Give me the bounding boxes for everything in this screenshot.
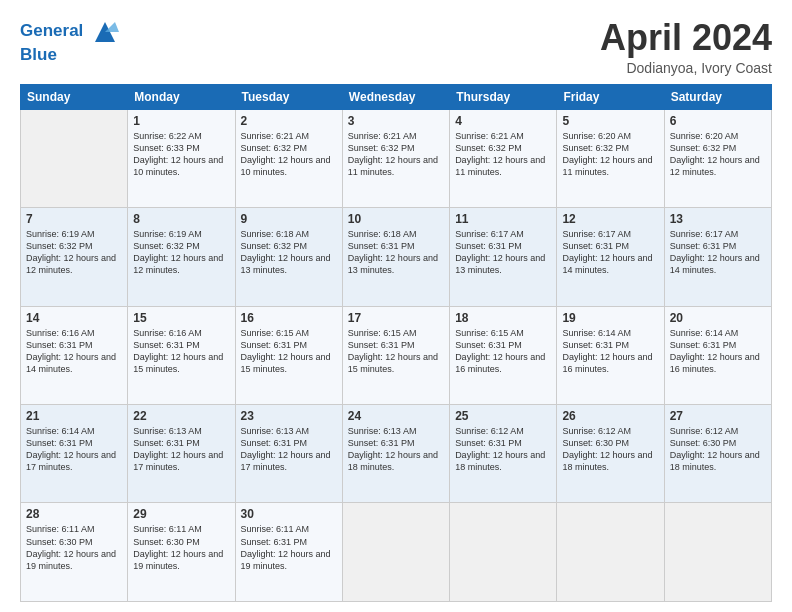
calendar-cell: 16Sunrise: 6:15 AMSunset: 6:31 PMDayligh… [235, 306, 342, 404]
weekday-header: Tuesday [235, 84, 342, 109]
weekday-header: Thursday [450, 84, 557, 109]
day-number: 7 [26, 212, 122, 226]
calendar-cell [557, 503, 664, 602]
cell-info: Sunrise: 6:16 AMSunset: 6:31 PMDaylight:… [26, 327, 122, 376]
cell-info: Sunrise: 6:15 AMSunset: 6:31 PMDaylight:… [348, 327, 444, 376]
cell-info: Sunrise: 6:18 AMSunset: 6:31 PMDaylight:… [348, 228, 444, 277]
cell-info: Sunrise: 6:13 AMSunset: 6:31 PMDaylight:… [241, 425, 337, 474]
calendar-cell: 20Sunrise: 6:14 AMSunset: 6:31 PMDayligh… [664, 306, 771, 404]
weekday-header: Sunday [21, 84, 128, 109]
calendar-cell: 10Sunrise: 6:18 AMSunset: 6:31 PMDayligh… [342, 208, 449, 306]
logo-icon [91, 18, 119, 46]
cell-info: Sunrise: 6:16 AMSunset: 6:31 PMDaylight:… [133, 327, 229, 376]
page: General Blue April 2024 Dodianyoa, Ivory… [0, 0, 792, 612]
calendar-cell: 5Sunrise: 6:20 AMSunset: 6:32 PMDaylight… [557, 109, 664, 207]
day-number: 20 [670, 311, 766, 325]
day-number: 22 [133, 409, 229, 423]
calendar-cell: 11Sunrise: 6:17 AMSunset: 6:31 PMDayligh… [450, 208, 557, 306]
calendar-cell: 9Sunrise: 6:18 AMSunset: 6:32 PMDaylight… [235, 208, 342, 306]
day-number: 11 [455, 212, 551, 226]
cell-info: Sunrise: 6:21 AMSunset: 6:32 PMDaylight:… [348, 130, 444, 179]
day-number: 10 [348, 212, 444, 226]
calendar-cell [342, 503, 449, 602]
day-number: 4 [455, 114, 551, 128]
logo-text: General [20, 18, 119, 46]
weekday-header: Wednesday [342, 84, 449, 109]
cell-info: Sunrise: 6:13 AMSunset: 6:31 PMDaylight:… [133, 425, 229, 474]
calendar-cell [450, 503, 557, 602]
calendar-week-row: 1Sunrise: 6:22 AMSunset: 6:33 PMDaylight… [21, 109, 772, 207]
day-number: 1 [133, 114, 229, 128]
main-title: April 2024 [600, 18, 772, 58]
top-section: General Blue April 2024 Dodianyoa, Ivory… [20, 18, 772, 76]
calendar-cell: 3Sunrise: 6:21 AMSunset: 6:32 PMDaylight… [342, 109, 449, 207]
subtitle: Dodianyoa, Ivory Coast [600, 60, 772, 76]
cell-info: Sunrise: 6:22 AMSunset: 6:33 PMDaylight:… [133, 130, 229, 179]
title-block: April 2024 Dodianyoa, Ivory Coast [600, 18, 772, 76]
day-number: 21 [26, 409, 122, 423]
calendar-cell: 28Sunrise: 6:11 AMSunset: 6:30 PMDayligh… [21, 503, 128, 602]
cell-info: Sunrise: 6:14 AMSunset: 6:31 PMDaylight:… [562, 327, 658, 376]
day-number: 15 [133, 311, 229, 325]
calendar-cell: 19Sunrise: 6:14 AMSunset: 6:31 PMDayligh… [557, 306, 664, 404]
day-number: 29 [133, 507, 229, 521]
cell-info: Sunrise: 6:20 AMSunset: 6:32 PMDaylight:… [562, 130, 658, 179]
cell-info: Sunrise: 6:21 AMSunset: 6:32 PMDaylight:… [241, 130, 337, 179]
cell-info: Sunrise: 6:12 AMSunset: 6:31 PMDaylight:… [455, 425, 551, 474]
cell-info: Sunrise: 6:11 AMSunset: 6:31 PMDaylight:… [241, 523, 337, 572]
day-number: 16 [241, 311, 337, 325]
calendar-cell: 6Sunrise: 6:20 AMSunset: 6:32 PMDaylight… [664, 109, 771, 207]
day-number: 5 [562, 114, 658, 128]
calendar-cell: 23Sunrise: 6:13 AMSunset: 6:31 PMDayligh… [235, 405, 342, 503]
cell-info: Sunrise: 6:15 AMSunset: 6:31 PMDaylight:… [455, 327, 551, 376]
header-row: SundayMondayTuesdayWednesdayThursdayFrid… [21, 84, 772, 109]
cell-info: Sunrise: 6:11 AMSunset: 6:30 PMDaylight:… [26, 523, 122, 572]
calendar-week-row: 7Sunrise: 6:19 AMSunset: 6:32 PMDaylight… [21, 208, 772, 306]
weekday-header: Friday [557, 84, 664, 109]
weekday-header: Saturday [664, 84, 771, 109]
cell-info: Sunrise: 6:17 AMSunset: 6:31 PMDaylight:… [562, 228, 658, 277]
cell-info: Sunrise: 6:18 AMSunset: 6:32 PMDaylight:… [241, 228, 337, 277]
calendar-week-row: 28Sunrise: 6:11 AMSunset: 6:30 PMDayligh… [21, 503, 772, 602]
cell-info: Sunrise: 6:12 AMSunset: 6:30 PMDaylight:… [670, 425, 766, 474]
cell-info: Sunrise: 6:19 AMSunset: 6:32 PMDaylight:… [133, 228, 229, 277]
day-number: 8 [133, 212, 229, 226]
calendar-cell: 29Sunrise: 6:11 AMSunset: 6:30 PMDayligh… [128, 503, 235, 602]
calendar-cell: 30Sunrise: 6:11 AMSunset: 6:31 PMDayligh… [235, 503, 342, 602]
day-number: 25 [455, 409, 551, 423]
calendar-cell: 17Sunrise: 6:15 AMSunset: 6:31 PMDayligh… [342, 306, 449, 404]
day-number: 6 [670, 114, 766, 128]
day-number: 3 [348, 114, 444, 128]
calendar-table: SundayMondayTuesdayWednesdayThursdayFrid… [20, 84, 772, 602]
day-number: 26 [562, 409, 658, 423]
calendar-cell [664, 503, 771, 602]
calendar-cell: 25Sunrise: 6:12 AMSunset: 6:31 PMDayligh… [450, 405, 557, 503]
cell-info: Sunrise: 6:11 AMSunset: 6:30 PMDaylight:… [133, 523, 229, 572]
calendar-cell: 14Sunrise: 6:16 AMSunset: 6:31 PMDayligh… [21, 306, 128, 404]
cell-info: Sunrise: 6:12 AMSunset: 6:30 PMDaylight:… [562, 425, 658, 474]
calendar-cell: 26Sunrise: 6:12 AMSunset: 6:30 PMDayligh… [557, 405, 664, 503]
logo-blue: Blue [20, 46, 119, 65]
day-number: 17 [348, 311, 444, 325]
weekday-header: Monday [128, 84, 235, 109]
cell-info: Sunrise: 6:17 AMSunset: 6:31 PMDaylight:… [455, 228, 551, 277]
calendar-cell: 4Sunrise: 6:21 AMSunset: 6:32 PMDaylight… [450, 109, 557, 207]
calendar-cell: 8Sunrise: 6:19 AMSunset: 6:32 PMDaylight… [128, 208, 235, 306]
cell-info: Sunrise: 6:14 AMSunset: 6:31 PMDaylight:… [670, 327, 766, 376]
day-number: 28 [26, 507, 122, 521]
day-number: 18 [455, 311, 551, 325]
cell-info: Sunrise: 6:14 AMSunset: 6:31 PMDaylight:… [26, 425, 122, 474]
calendar-cell [21, 109, 128, 207]
day-number: 24 [348, 409, 444, 423]
calendar-cell: 24Sunrise: 6:13 AMSunset: 6:31 PMDayligh… [342, 405, 449, 503]
calendar-cell: 15Sunrise: 6:16 AMSunset: 6:31 PMDayligh… [128, 306, 235, 404]
day-number: 9 [241, 212, 337, 226]
day-number: 23 [241, 409, 337, 423]
logo-general: General [20, 21, 83, 40]
cell-info: Sunrise: 6:19 AMSunset: 6:32 PMDaylight:… [26, 228, 122, 277]
calendar-cell: 7Sunrise: 6:19 AMSunset: 6:32 PMDaylight… [21, 208, 128, 306]
cell-info: Sunrise: 6:17 AMSunset: 6:31 PMDaylight:… [670, 228, 766, 277]
day-number: 12 [562, 212, 658, 226]
calendar-cell: 21Sunrise: 6:14 AMSunset: 6:31 PMDayligh… [21, 405, 128, 503]
day-number: 14 [26, 311, 122, 325]
